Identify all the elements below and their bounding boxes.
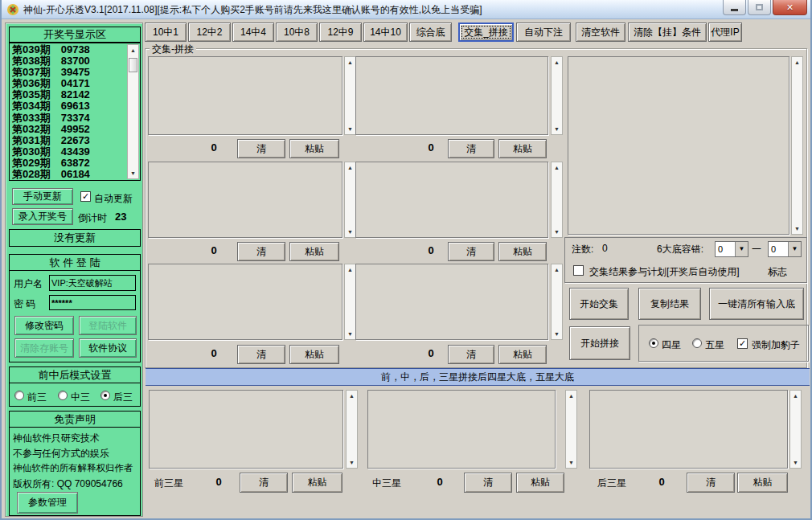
- paste-button-5[interactable]: 粘贴: [289, 345, 339, 364]
- result-textarea[interactable]: [568, 56, 789, 235]
- scroll-down-icon[interactable]: ▼: [552, 124, 562, 134]
- toolbar-button-proxy-ip[interactable]: 代理IP: [708, 23, 742, 42]
- toolbar-button-auto-bet[interactable]: 自动下注: [516, 23, 571, 42]
- list-item[interactable]: 第036期04171: [12, 78, 126, 89]
- login-button[interactable]: 登陆软件: [79, 316, 137, 335]
- maximize-button[interactable]: [748, 0, 771, 15]
- scroll-up-icon[interactable]: ▲: [792, 57, 802, 68]
- toolbar-button-12z2[interactable]: 12中2: [188, 23, 231, 42]
- back3-textarea[interactable]: [589, 390, 788, 469]
- input-base-1-scrollbar[interactable]: ▲▼: [344, 56, 356, 135]
- input-base-3-scrollbar[interactable]: ▲▼: [344, 162, 356, 238]
- toolbar-button-12z9[interactable]: 12中9: [319, 23, 362, 42]
- scroll-up-icon[interactable]: ▲: [345, 264, 355, 275]
- list-item[interactable]: 第037期39475: [12, 67, 126, 78]
- result-scrollbar[interactable]: ▲▼: [791, 56, 803, 235]
- toolbar-button-clear-pending[interactable]: 清除【挂】条件: [628, 23, 707, 42]
- manual-update-button[interactable]: 手动更新: [12, 188, 73, 205]
- input-base-3[interactable]: [148, 162, 342, 238]
- clear-button-6[interactable]: 清: [448, 345, 494, 364]
- scroll-up-icon[interactable]: ▲: [552, 57, 562, 68]
- toolbar-button-10z8[interactable]: 10中8: [276, 23, 318, 42]
- four-star-radio[interactable]: [649, 338, 658, 348]
- front3-clear-button[interactable]: 清: [240, 473, 288, 493]
- scroll-up-icon[interactable]: ▲: [790, 391, 801, 401]
- agreement-button[interactable]: 软件协议: [79, 338, 137, 358]
- front3-radio[interactable]: [14, 391, 24, 400]
- list-item[interactable]: 第035期82142: [12, 89, 126, 100]
- paste-button-2[interactable]: 粘贴: [498, 139, 547, 158]
- input-base-5[interactable]: [148, 264, 342, 340]
- paste-button-4[interactable]: 粘贴: [498, 242, 547, 261]
- front3-paste-button[interactable]: 粘贴: [292, 473, 342, 493]
- scroll-up-icon[interactable]: ▲: [345, 162, 355, 173]
- input-base-4-scrollbar[interactable]: ▲▼: [551, 162, 563, 238]
- list-item[interactable]: 第033期73374: [12, 113, 126, 124]
- plan-checkbox[interactable]: [573, 265, 584, 276]
- input-base-6[interactable]: [355, 264, 548, 340]
- middle3-paste-button[interactable]: 粘贴: [516, 473, 564, 493]
- scroll-up-icon[interactable]: ▲: [566, 391, 576, 401]
- back3-paste-button[interactable]: 粘贴: [737, 473, 788, 493]
- back3-clear-button[interactable]: 清: [687, 473, 735, 493]
- paste-button-6[interactable]: 粘贴: [498, 345, 547, 364]
- change-password-button[interactable]: 修改密码: [14, 316, 74, 335]
- input-base-4[interactable]: [355, 162, 548, 238]
- chevron-down-icon[interactable]: ▼: [735, 242, 748, 256]
- toolbar-button-composite-base[interactable]: 综合底: [409, 23, 452, 42]
- clear-button-3[interactable]: 清: [237, 242, 285, 261]
- minimize-button[interactable]: [723, 0, 746, 15]
- paste-button-1[interactable]: 粘贴: [289, 139, 339, 158]
- input-base-2[interactable]: [355, 56, 548, 135]
- force-leopard-checkbox[interactable]: [737, 338, 748, 349]
- scroll-down-icon[interactable]: ▼: [566, 457, 576, 468]
- clear-button-5[interactable]: 清: [237, 345, 285, 364]
- front3-textarea[interactable]: [149, 390, 343, 469]
- draws-list[interactable]: 第039期09738 第038期83700 第037期39475 第036期04…: [9, 43, 141, 181]
- clear-button-2[interactable]: 清: [448, 139, 494, 158]
- middle3-clear-button[interactable]: 清: [464, 473, 512, 493]
- middle3-radio[interactable]: [58, 391, 68, 400]
- list-item[interactable]: 第031期22673: [12, 135, 126, 146]
- middle3-scrollbar[interactable]: ▲▼: [565, 390, 577, 469]
- start-splice-button[interactable]: 开始拼接: [569, 326, 630, 360]
- five-star-radio[interactable]: [692, 338, 702, 348]
- scroll-down-icon[interactable]: ▼: [128, 168, 138, 178]
- toolbar-button-14z4[interactable]: 14中4: [232, 23, 274, 42]
- paste-button-3[interactable]: 粘贴: [289, 242, 339, 261]
- enter-draw-button[interactable]: 录入开奖号: [12, 208, 73, 225]
- clear-button-4[interactable]: 清: [448, 242, 494, 261]
- list-item[interactable]: 第032期49952: [12, 124, 126, 135]
- list-item[interactable]: 第039期09738: [12, 44, 126, 55]
- clear-button-1[interactable]: 清: [237, 139, 285, 158]
- username-field[interactable]: [49, 275, 136, 291]
- scroll-thumb[interactable]: [129, 58, 137, 72]
- clear-account-button[interactable]: 清除存账号: [14, 338, 74, 358]
- list-item[interactable]: 第038期83700: [12, 55, 126, 67]
- list-item[interactable]: 第034期69613: [12, 100, 126, 112]
- scroll-down-icon[interactable]: ▼: [345, 329, 355, 339]
- toolbar-button-clear-software[interactable]: 清空软件: [576, 23, 625, 42]
- auto-update-checkbox[interactable]: [80, 191, 91, 202]
- scroll-up-icon[interactable]: ▲: [552, 162, 562, 173]
- input-base-6-scrollbar[interactable]: ▲▼: [551, 264, 563, 340]
- tolerance-from-select[interactable]: 0 ▼: [715, 241, 748, 257]
- back3-radio[interactable]: [100, 391, 110, 400]
- password-field[interactable]: [49, 295, 136, 310]
- scroll-up-icon[interactable]: ▲: [128, 45, 138, 55]
- list-item[interactable]: 第028期06184: [12, 169, 126, 179]
- toolbar-button-10z1[interactable]: 10中1: [145, 23, 187, 42]
- scroll-down-icon[interactable]: ▼: [552, 329, 562, 339]
- scroll-down-icon[interactable]: ▼: [345, 227, 355, 237]
- start-intersect-button[interactable]: 开始交集: [569, 288, 629, 320]
- clear-all-inputs-button[interactable]: 一键清所有输入底: [709, 288, 804, 320]
- toolbar-button-intersect-splice[interactable]: 交集_拼接: [458, 23, 514, 42]
- params-button[interactable]: 参数管理: [17, 492, 78, 514]
- input-base-1[interactable]: [148, 56, 342, 135]
- scroll-down-icon[interactable]: ▼: [347, 457, 357, 468]
- scroll-down-icon[interactable]: ▼: [792, 223, 802, 234]
- scroll-up-icon[interactable]: ▲: [345, 57, 355, 68]
- draws-scrollbar[interactable]: ▲ ▼: [127, 44, 139, 179]
- close-button[interactable]: ✕: [773, 0, 807, 15]
- scroll-down-icon[interactable]: ▼: [790, 457, 801, 468]
